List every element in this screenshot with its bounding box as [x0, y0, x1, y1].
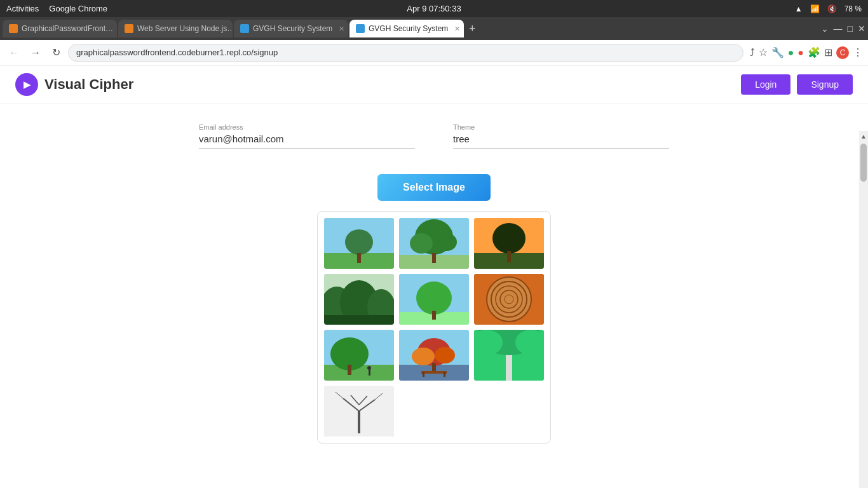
svg-rect-13	[507, 251, 511, 262]
svg-point-40	[435, 347, 455, 363]
os-datetime: Apr 9 07:50:33	[407, 4, 461, 13]
tab-3[interactable]: GVGH Security System ✕	[234, 20, 348, 37]
tree-image-5[interactable]	[399, 274, 469, 325]
browser-label: Google Chrome	[49, 4, 107, 13]
theme-value[interactable]: tree	[453, 133, 669, 149]
image-grid-container	[0, 211, 868, 444]
svg-rect-43	[423, 372, 424, 377]
logo-play-icon: ▶	[24, 79, 31, 90]
bookmark-icon[interactable]: ☆	[759, 46, 768, 58]
volume-icon: 🔇	[827, 4, 837, 13]
tab-1-label: GraphicalPasswordFront…	[22, 24, 113, 33]
address-input[interactable]	[68, 44, 743, 62]
svg-rect-33	[348, 365, 351, 375]
tab-1-favicon	[9, 24, 18, 33]
signup-button[interactable]: Signup	[797, 74, 853, 95]
theme-field-group: Theme tree	[453, 123, 669, 149]
tab-3-close[interactable]: ✕	[339, 25, 344, 33]
tab-bar: GraphicalPasswordFront… ✕ Web Server Usi…	[0, 17, 868, 40]
scroll-up-button[interactable]: ▲	[859, 131, 868, 141]
address-bar: ← → ↻ ⤴ ☆ 🔧 ● ● 🧩 ⊞ C ⋮	[0, 40, 868, 65]
minimize-icon[interactable]: —	[834, 24, 843, 34]
puzzle-icon[interactable]: 🧩	[808, 46, 820, 58]
reload-button[interactable]: ↻	[48, 44, 64, 61]
image-grid-box	[317, 211, 551, 444]
svg-rect-52	[358, 411, 360, 433]
os-bar: Activities Google Chrome Apr 9 07:50:33 …	[0, 0, 868, 17]
menu-icon[interactable]: ⋮	[853, 46, 863, 58]
new-tab-button[interactable]: +	[465, 22, 480, 36]
tree-image-9[interactable]	[474, 330, 544, 381]
svg-rect-3	[357, 253, 361, 263]
address-bar-icons: ⤴ ☆ 🔧 ● ● 🧩 ⊞ C ⋮	[750, 46, 863, 59]
svg-rect-42	[421, 371, 447, 374]
tree-image-7[interactable]	[324, 330, 394, 381]
svg-point-8	[437, 233, 457, 251]
tree-image-4[interactable]	[324, 274, 394, 325]
share-icon[interactable]: ⤴	[750, 47, 755, 58]
os-bar-left: Activities Google Chrome	[6, 4, 107, 13]
tree-image-2[interactable]	[399, 218, 469, 269]
select-image-button[interactable]: Select Image	[377, 174, 491, 201]
svg-point-12	[492, 223, 526, 254]
svg-point-2	[345, 229, 373, 255]
tree-image-8[interactable]	[399, 330, 469, 381]
logo-icon: ▶	[15, 73, 38, 96]
tab-3-label: GVGH Security System	[253, 24, 332, 33]
header-buttons: Login Signup	[741, 74, 853, 95]
wifi-icon: 📶	[810, 4, 820, 13]
tab-2[interactable]: Web Server Using Node.js… ✕	[118, 20, 233, 37]
theme-label: Theme	[453, 123, 669, 131]
profile-icon[interactable]: C	[836, 46, 849, 59]
tree-image-6[interactable]	[474, 274, 544, 325]
tab-2-label: Web Server Using Node.js…	[137, 24, 233, 33]
svg-point-25	[487, 277, 531, 322]
select-image-area: Select Image	[0, 174, 868, 201]
tab-4-favicon	[356, 24, 365, 33]
close-window-icon[interactable]: ✕	[858, 24, 865, 34]
forward-button[interactable]: →	[27, 44, 44, 61]
form-area: Email address varun@hotmail.com Theme tr…	[0, 104, 868, 161]
site-header: ▶ Visual Cipher Login Signup	[0, 65, 868, 104]
tab-4[interactable]: GVGH Security System ✕	[349, 20, 464, 37]
svg-rect-19	[324, 315, 394, 325]
tab-3-favicon	[240, 24, 249, 33]
extension-icon-1[interactable]: 🔧	[771, 46, 784, 58]
tree-image-1[interactable]	[324, 218, 394, 269]
scrollbar[interactable]: ▲ ▼	[859, 131, 868, 488]
svg-point-7	[410, 233, 433, 254]
scroll-thumb[interactable]	[860, 144, 867, 182]
activities-label[interactable]: Activities	[6, 4, 39, 13]
tab-4-close[interactable]: ✕	[454, 25, 460, 33]
extension-icon-3[interactable]: ●	[797, 47, 804, 58]
page-content: ▶ Visual Cipher Login Signup Email addre…	[0, 65, 868, 488]
battery-label: 78 %	[844, 4, 862, 13]
maximize-icon[interactable]: □	[848, 24, 853, 34]
svg-rect-9	[432, 253, 436, 263]
os-bar-right: ▲ 📶 🔇 78 %	[795, 4, 862, 13]
email-value[interactable]: varun@hotmail.com	[199, 133, 415, 149]
email-label: Email address	[199, 123, 415, 131]
tab-list-icon[interactable]: ⌄	[821, 24, 829, 34]
layout-icon[interactable]: ⊞	[824, 46, 832, 58]
svg-point-39	[412, 348, 435, 365]
site-logo: ▶ Visual Cipher	[15, 73, 133, 96]
extension-icon-2[interactable]: ●	[788, 47, 794, 58]
svg-point-35	[367, 366, 371, 370]
svg-rect-44	[444, 372, 445, 377]
tab-2-favicon	[125, 24, 133, 33]
tree-image-10[interactable]	[324, 386, 394, 437]
login-button[interactable]: Login	[741, 74, 790, 95]
svg-point-22	[416, 281, 452, 315]
email-field-group: Email address varun@hotmail.com	[199, 123, 415, 149]
site-name: Visual Cipher	[44, 76, 133, 93]
svg-rect-23	[432, 311, 436, 320]
tab-4-label: GVGH Security System	[369, 24, 448, 33]
tree-image-3[interactable]	[474, 218, 544, 269]
svg-rect-34	[369, 369, 370, 376]
back-button[interactable]: ←	[5, 44, 23, 61]
network-icon: ▲	[795, 4, 803, 13]
tab-bar-right: ⌄ — □ ✕	[821, 24, 865, 34]
tab-1[interactable]: GraphicalPasswordFront… ✕	[3, 20, 117, 37]
